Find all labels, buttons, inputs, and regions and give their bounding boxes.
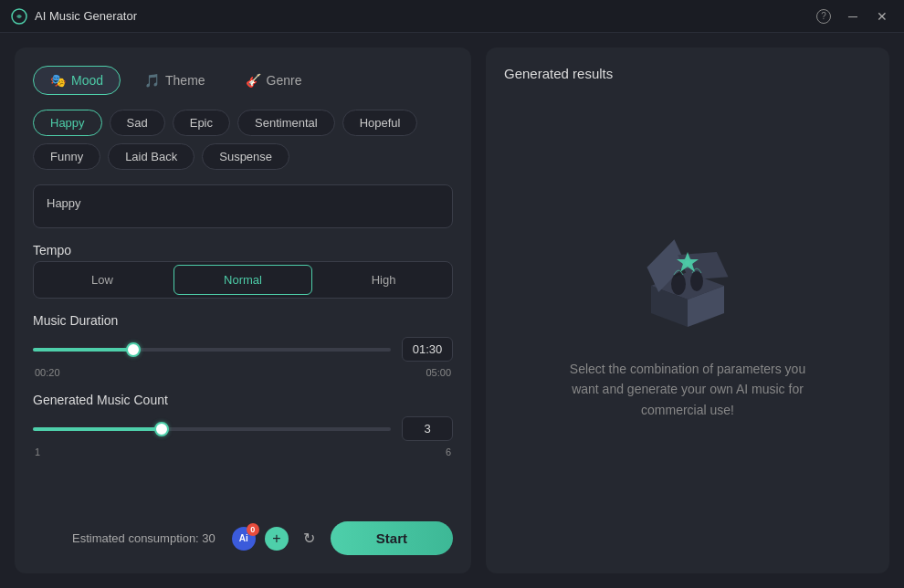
tempo-label: Tempo: [33, 243, 453, 257]
results-title: Generated results: [504, 66, 871, 81]
mood-grid: Happy Sad Epic Sentimental Hopeful Funny…: [33, 110, 453, 170]
count-thumb[interactable]: [154, 422, 169, 436]
count-range: 1 6: [33, 446, 453, 457]
tempo-normal[interactable]: Normal: [173, 265, 312, 295]
count-section: Generated Music Count 3 1 6: [33, 393, 453, 457]
right-panel: Generated results: [486, 47, 889, 573]
box-illustration: [633, 231, 742, 341]
ai-count-badge: 0: [247, 523, 259, 536]
tempo-high[interactable]: High: [315, 262, 452, 298]
count-track: [33, 427, 391, 431]
help-button[interactable]: ?: [816, 9, 831, 24]
mood-suspense[interactable]: Suspense: [202, 143, 289, 170]
consumption-text: Estimated consumption: 30: [72, 531, 215, 545]
tab-mood-label: Mood: [71, 73, 103, 88]
tab-mood[interactable]: 🎭 Mood: [33, 66, 121, 95]
app-title: AI Music Generator: [35, 9, 816, 23]
empty-state-text: Select the combination of parameters you…: [569, 359, 806, 420]
count-label: Generated Music Count: [33, 393, 453, 407]
left-panel: 🎭 Mood 🎵 Theme 🎸 Genre Happy Sad Epic Se…: [15, 47, 471, 573]
tabs-container: 🎭 Mood 🎵 Theme 🎸 Genre: [33, 66, 453, 95]
svg-point-8: [690, 271, 703, 291]
mood-text-field[interactable]: Happy: [33, 184, 453, 228]
start-button[interactable]: Start: [331, 521, 453, 555]
count-fill: [33, 427, 162, 431]
count-min: 1: [35, 446, 40, 457]
tab-genre[interactable]: 🎸 Genre: [229, 66, 319, 95]
tempo-section: Tempo Low Normal High: [33, 243, 453, 299]
bottom-controls: Estimated consumption: 30 Ai 0 + ↻ Start: [33, 521, 453, 555]
mood-sad[interactable]: Sad: [110, 110, 165, 136]
svg-point-7: [671, 273, 686, 295]
mood-laid-back[interactable]: Laid Back: [108, 143, 194, 170]
mood-sentimental[interactable]: Sentimental: [237, 110, 335, 136]
svg-point-10: [685, 260, 690, 266]
add-credits-button[interactable]: +: [265, 527, 289, 551]
duration-label: Music Duration: [33, 313, 453, 328]
tempo-buttons: Low Normal High: [33, 261, 453, 299]
duration-range: 00:20 05:00: [33, 367, 453, 378]
duration-value: 01:30: [402, 337, 453, 362]
duration-track: [33, 348, 391, 352]
ai-badge[interactable]: Ai 0: [232, 527, 256, 551]
mood-epic[interactable]: Epic: [173, 110, 230, 136]
theme-tab-icon: 🎵: [144, 73, 160, 88]
app-icon: [11, 8, 27, 25]
empty-state: Select the combination of parameters you…: [504, 96, 871, 555]
tempo-low[interactable]: Low: [34, 262, 171, 298]
tab-theme[interactable]: 🎵 Theme: [128, 66, 222, 95]
close-button[interactable]: ✕: [871, 5, 893, 27]
duration-section: Music Duration 01:30 00:20 05:00: [33, 313, 453, 378]
mood-happy[interactable]: Happy: [33, 110, 102, 136]
mood-tab-icon: 🎭: [50, 73, 66, 88]
minimize-button[interactable]: ─: [842, 5, 864, 27]
count-slider-row: 3: [33, 416, 453, 441]
duration-thumb[interactable]: [126, 342, 141, 357]
genre-tab-icon: 🎸: [246, 73, 261, 88]
tab-genre-label: Genre: [267, 73, 302, 88]
ai-badge-label: Ai: [239, 533, 248, 543]
tab-theme-label: Theme: [165, 73, 205, 88]
count-slider[interactable]: [33, 420, 391, 438]
refresh-button[interactable]: ↻: [298, 527, 321, 551]
duration-fill: [33, 348, 133, 352]
mood-funny[interactable]: Funny: [33, 143, 100, 170]
titlebar: AI Music Generator ? ─ ✕: [0, 0, 904, 33]
window-controls: ─ ✕: [842, 5, 893, 27]
duration-slider[interactable]: [33, 341, 391, 359]
mood-hopeful[interactable]: Hopeful: [342, 110, 418, 136]
count-value: 3: [402, 416, 453, 441]
duration-max: 05:00: [426, 367, 451, 378]
count-max: 6: [446, 446, 451, 457]
duration-min: 00:20: [35, 367, 60, 378]
main-content: 🎭 Mood 🎵 Theme 🎸 Genre Happy Sad Epic Se…: [0, 33, 904, 588]
duration-slider-row: 01:30: [33, 337, 453, 362]
